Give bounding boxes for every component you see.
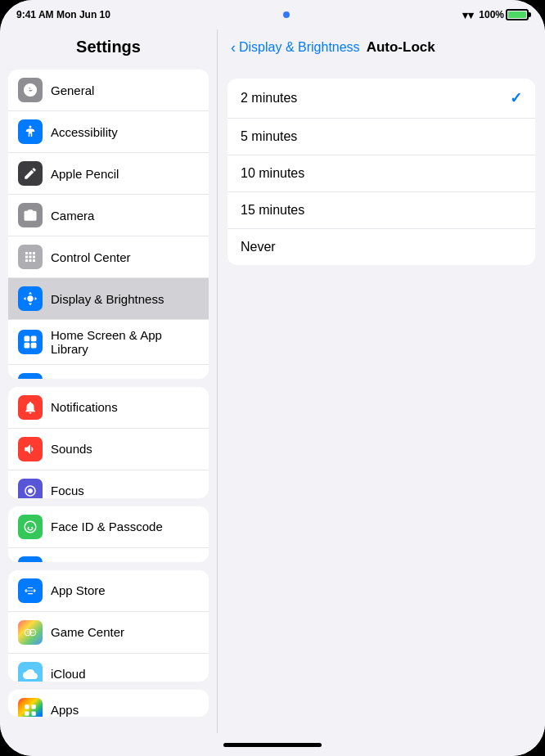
icloud-icon [18, 662, 43, 682]
sidebar-item-apple-pencil[interactable]: Apple Pencil [8, 153, 209, 195]
privacy-icon [18, 556, 43, 562]
option-10min-label: 10 minutes [241, 166, 304, 181]
apps-label: Apps [51, 703, 79, 717]
focus-label: Focus [51, 484, 84, 497]
face-id-label: Face ID & Passcode [51, 520, 163, 533]
focus-icon [18, 479, 43, 498]
accessibility-label: Accessibility [51, 125, 118, 139]
svg-point-1 [29, 126, 32, 128]
option-15min-label: 15 minutes [241, 203, 304, 218]
game-center-icon [18, 620, 43, 645]
option-15min[interactable]: 15 minutes [227, 192, 535, 229]
svg-rect-17 [32, 711, 36, 715]
sidebar-group-1: General Accessibility Apple Pencil [8, 70, 209, 379]
sidebar-item-accessibility[interactable]: Accessibility [8, 111, 209, 153]
back-chevron-icon: ‹ [231, 39, 236, 56]
general-label: General [51, 83, 94, 97]
svg-rect-16 [25, 711, 29, 715]
control-center-icon [18, 245, 43, 269]
app-store-label: App Store [51, 583, 106, 597]
sidebar-item-apps[interactable]: Apps [8, 690, 209, 718]
display-brightness-label: Display & Brightness [51, 292, 164, 306]
svg-rect-5 [31, 343, 37, 349]
apple-pencil-label: Apple Pencil [51, 167, 119, 181]
home-bar [223, 743, 322, 747]
svg-rect-3 [31, 336, 37, 342]
detail-content: 2 minutes ✓ 5 minutes 10 minutes 15 minu… [218, 65, 545, 733]
home-indicator [0, 733, 545, 756]
camera-indicator [283, 11, 290, 18]
svg-point-13 [33, 632, 34, 633]
detail-title: Auto-Lock [367, 39, 435, 56]
notifications-label: Notifications [51, 400, 118, 414]
option-2min[interactable]: 2 minutes ✓ [227, 79, 535, 119]
status-indicators: ▾▾ 100% [462, 9, 529, 21]
sidebar-item-face-id[interactable]: Face ID & Passcode [8, 506, 209, 548]
sounds-label: Sounds [51, 442, 92, 456]
svg-rect-2 [25, 336, 30, 342]
back-label: Display & Brightness [239, 40, 360, 55]
option-never-label: Never [241, 240, 276, 254]
accessibility-icon [18, 119, 43, 144]
control-center-label: Control Center [51, 250, 131, 264]
home-screen-icon [18, 330, 43, 354]
svg-rect-4 [25, 343, 30, 349]
svg-point-11 [27, 632, 29, 634]
sidebar-item-sounds[interactable]: Sounds [8, 429, 209, 470]
display-brightness-icon [18, 286, 43, 311]
camera-label: Camera [51, 209, 94, 223]
sidebar-item-notifications[interactable]: Notifications [8, 387, 209, 429]
sidebar-group-3: Face ID & Passcode Privacy & Security [8, 506, 209, 562]
icloud-label: iCloud [51, 667, 86, 681]
sidebar-item-multitasking[interactable]: Multitasking & Gestures [8, 365, 209, 379]
sidebar-item-focus[interactable]: Focus [8, 470, 209, 498]
camera-icon [18, 203, 43, 227]
sidebar-item-home-screen[interactable]: Home Screen & App Library [8, 320, 209, 365]
multitasking-icon [18, 373, 43, 379]
main-layout: Settings General Accessibility [0, 29, 545, 733]
detail-panel: ‹ Display & Brightness Auto-Lock 2 minut… [217, 29, 545, 733]
auto-lock-options: 2 minutes ✓ 5 minutes 10 minutes 15 minu… [227, 79, 535, 265]
device-frame: 9:41 AM Mon Jun 10 ▾▾ 100% Settings [0, 0, 545, 756]
sidebar-group-5: Apps [8, 690, 209, 718]
general-icon [18, 78, 43, 102]
face-id-icon [18, 515, 43, 539]
option-5min[interactable]: 5 minutes [227, 119, 535, 155]
apple-pencil-icon [18, 161, 43, 186]
sidebar: Settings General Accessibility [0, 29, 217, 733]
svg-point-12 [31, 632, 33, 633]
home-screen-label: Home Screen & App Library [51, 328, 199, 356]
sounds-icon [18, 437, 43, 461]
option-10min[interactable]: 10 minutes [227, 155, 535, 192]
sidebar-item-icloud[interactable]: iCloud [8, 654, 209, 682]
back-button[interactable]: ‹ Display & Brightness [231, 39, 360, 56]
battery-body [506, 9, 529, 20]
game-center-label: Game Center [51, 625, 124, 639]
sidebar-group-2: Notifications Sounds Focus [8, 387, 209, 498]
sidebar-item-display-brightness[interactable]: Display & Brightness [8, 278, 209, 320]
option-2min-label: 2 minutes [241, 91, 297, 106]
svg-rect-14 [25, 704, 29, 709]
sidebar-item-camera[interactable]: Camera [8, 195, 209, 236]
sidebar-title: Settings [0, 29, 217, 70]
detail-header: ‹ Display & Brightness Auto-Lock [218, 29, 545, 65]
app-store-icon [18, 578, 43, 603]
wifi-icon: ▾▾ [462, 9, 474, 21]
sidebar-item-privacy[interactable]: Privacy & Security [8, 548, 209, 562]
sidebar-item-game-center[interactable]: Game Center [8, 612, 209, 654]
sidebar-item-control-center[interactable]: Control Center [8, 236, 209, 278]
apps-icon [18, 698, 43, 718]
sidebar-item-app-store[interactable]: App Store [8, 570, 209, 612]
status-time: 9:41 AM Mon Jun 10 [16, 9, 110, 20]
option-never[interactable]: Never [227, 229, 535, 265]
sidebar-group-4: App Store Game Center iCloud [8, 570, 209, 682]
status-bar: 9:41 AM Mon Jun 10 ▾▾ 100% [0, 0, 545, 29]
notifications-icon [18, 395, 43, 420]
option-5min-label: 5 minutes [241, 129, 297, 144]
sidebar-item-general[interactable]: General [8, 70, 209, 111]
battery-indicator: 100% [479, 9, 529, 20]
battery-fill [508, 11, 526, 18]
battery-percentage: 100% [479, 9, 504, 20]
option-2min-checkmark: ✓ [510, 89, 522, 107]
svg-rect-15 [32, 704, 36, 709]
